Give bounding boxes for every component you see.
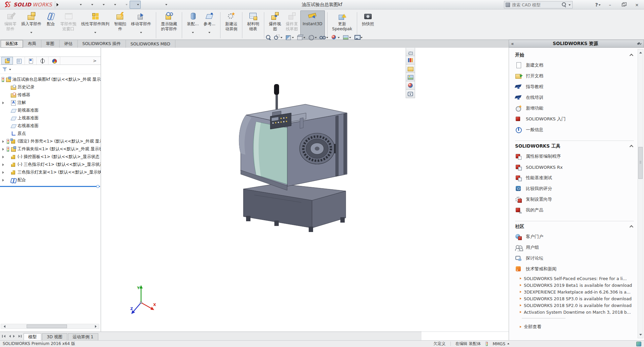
task-pane-link[interactable]: SOLIDWORKS Rx [515, 162, 634, 172]
rollback-bar[interactable] [0, 186, 100, 187]
ribbon-button[interactable]: 配合 [44, 10, 58, 39]
feature-manager-tab[interactable] [25, 57, 37, 65]
scrollbar-thumb[interactable] [638, 147, 643, 179]
ribbon-button[interactable]: 智能扣 件 [112, 10, 129, 39]
task-pane-link[interactable]: 比较我的评分 [515, 183, 634, 194]
task-pane-link[interactable]: 技术警戒和新闻 [515, 264, 634, 274]
news-link[interactable]: SOLIDWORKS 2018 SP3.0 is available for d… [520, 295, 634, 302]
previous-tab-icon[interactable] [7, 334, 11, 339]
dropdown-arrow-icon[interactable] [360, 36, 363, 39]
tree-item[interactable]: 原点 [0, 130, 101, 138]
search-box[interactable] [504, 1, 573, 8]
dropdown-arrow-icon[interactable] [208, 32, 211, 34]
tree-horizontal-scrollbar[interactable] [1, 324, 99, 329]
quick-access-button[interactable] [72, 1, 83, 9]
task-pane-link[interactable]: 一般信息 [515, 124, 634, 135]
quick-access-button[interactable] [118, 1, 129, 9]
task-pane-link[interactable]: 在线培训 [515, 92, 634, 103]
dropdown-arrow-icon[interactable] [314, 36, 317, 39]
tree-item[interactable]: 前视基准面 [0, 107, 101, 114]
section-header-community[interactable]: 社区 [515, 221, 634, 231]
dropdown-arrow-icon[interactable] [326, 36, 329, 39]
dropdown-arrow-icon[interactable] [114, 3, 117, 6]
task-pane-tab[interactable] [406, 48, 415, 56]
graphics-viewport[interactable]: Y X Z [101, 48, 509, 332]
next-tab-icon[interactable] [12, 334, 17, 339]
tree-item[interactable]: (-) 三色指示灯<1> (默认<<默认>_显示状态 1 [0, 161, 101, 168]
last-tab-icon[interactable] [18, 334, 22, 339]
toolbar-flyout-icon[interactable] [55, 1, 60, 8]
filter-dropdown-icon[interactable] [8, 68, 11, 71]
task-pane-link[interactable]: SOLIDWORKS 入门 [515, 114, 634, 124]
ribbon-tab[interactable]: 装配体 [1, 40, 23, 48]
quick-access-button[interactable] [149, 1, 158, 9]
ribbon-button[interactable]: 移动零部件 [129, 10, 154, 39]
search-icon[interactable] [561, 2, 567, 7]
dropdown-arrow-icon[interactable] [348, 36, 351, 39]
document-tab[interactable]: 模型 [24, 333, 41, 340]
scroll-left-icon[interactable] [1, 324, 6, 329]
search-dropdown-icon[interactable] [568, 4, 571, 6]
task-pane-link[interactable]: 性能基准测试 [515, 172, 634, 183]
news-link[interactable]: Activation System Downtime on March 3, 2… [520, 309, 634, 315]
quick-access-button[interactable] [130, 1, 141, 9]
ribbon-button[interactable]: 参考... [201, 10, 217, 39]
quick-access-button[interactable] [158, 1, 169, 9]
expand-arrow-icon[interactable] [1, 156, 6, 158]
ribbon-tab[interactable]: 草图 [41, 40, 60, 48]
tree-item[interactable]: 传感器 [0, 91, 101, 99]
tree-item[interactable]: 油压试验台总装图kf (默认<<默认>_外观 显示状态 [0, 76, 101, 83]
task-pane-link[interactable]: 探讨论坛 [515, 253, 634, 264]
close-button[interactable]: × [633, 1, 641, 8]
search-input[interactable] [511, 2, 560, 8]
dropdown-arrow-icon[interactable] [280, 36, 283, 39]
news-link[interactable]: 3DEXPERIENCE Marketplace add-in 6.26.306… [520, 288, 634, 295]
collapse-chevron-icon[interactable] [630, 54, 633, 57]
ribbon-button[interactable]: 装配... [184, 10, 201, 39]
view-tool-button[interactable] [296, 34, 306, 41]
dropdown-arrow-icon[interactable] [91, 3, 94, 6]
feature-manager-tab[interactable] [37, 57, 48, 65]
ribbon-button[interactable]: 材料明 细表 [245, 10, 262, 39]
task-pane-tab[interactable] [406, 73, 415, 81]
tree-item[interactable]: 历史记录 [0, 83, 101, 91]
view-tool-button[interactable] [319, 34, 329, 41]
dropdown-arrow-icon[interactable] [303, 36, 306, 39]
dropdown-arrow-icon[interactable] [94, 32, 97, 34]
task-pane-tab[interactable] [406, 65, 415, 73]
view-tool-button[interactable] [307, 34, 318, 41]
task-pane-tab[interactable] [406, 90, 415, 98]
tree-item[interactable]: 上视基准面 [0, 114, 101, 122]
dropdown-arrow-icon[interactable] [337, 36, 340, 39]
document-tab[interactable]: 3D 视图 [42, 333, 67, 340]
task-pane-link[interactable]: 复制设置向导 [515, 194, 634, 205]
ribbon-tab[interactable]: 布局 [23, 40, 41, 48]
task-pane-link[interactable]: 用户组 [515, 242, 634, 253]
filter-icon[interactable] [2, 67, 7, 72]
ribbon-button[interactable]: 插入零部件 [19, 10, 44, 39]
task-pane-link[interactable]: 打开文档 [515, 71, 634, 81]
view-all-link[interactable]: 全部查看 [520, 323, 634, 331]
pin-icon[interactable] [637, 41, 642, 46]
view-tool-button[interactable] [265, 34, 272, 41]
ribbon-button[interactable]: 显示隐藏 的零部件 [159, 10, 179, 39]
minimize-button[interactable]: – [606, 1, 614, 8]
feature-manager-tab[interactable] [48, 57, 60, 65]
task-pane-link[interactable]: 我的产品 [515, 205, 634, 216]
status-tag-icon[interactable] [636, 342, 641, 346]
ribbon-button[interactable]: 编辑零 部件 [2, 10, 19, 39]
expand-arrow-icon[interactable] [1, 171, 6, 174]
quick-access-button[interactable] [107, 1, 118, 9]
ribbon-button[interactable]: 线性零部件阵列 [79, 10, 112, 39]
quick-access-button[interactable] [141, 1, 149, 9]
help-dropdown-icon[interactable] [598, 4, 601, 6]
dropdown-arrow-icon[interactable] [79, 3, 82, 6]
scroll-right-icon[interactable] [94, 324, 99, 329]
dropdown-arrow-icon[interactable] [125, 3, 128, 6]
section-header-tools[interactable]: SOLIDWORKS 工具 [515, 141, 634, 151]
feature-manager-tab[interactable] [13, 57, 25, 65]
first-tab-icon[interactable] [1, 334, 6, 339]
scrollbar-thumb[interactable] [27, 324, 67, 328]
task-pane-link[interactable]: 属性标签编制程序 [515, 151, 634, 162]
tree-item[interactable]: 工件装夹组<1> (默认<<默认>_外观 显示状态 [0, 145, 101, 153]
